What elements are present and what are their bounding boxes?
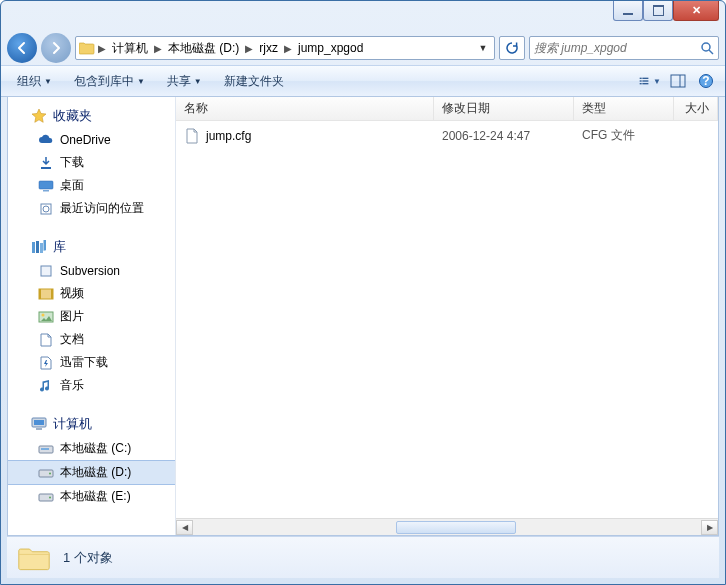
- column-name[interactable]: 名称: [176, 97, 434, 120]
- sidebar-item-desktop[interactable]: 桌面: [8, 174, 175, 197]
- computer-group[interactable]: 计算机: [8, 411, 175, 437]
- pane-icon: [670, 74, 686, 88]
- svg-point-33: [49, 472, 51, 474]
- toolbar: 组织▼ 包含到库中▼ 共享▼ 新建文件夹 ▼ ?: [1, 65, 725, 97]
- titlebar: [1, 1, 725, 31]
- scroll-right-button[interactable]: ▶: [701, 520, 718, 535]
- scroll-track[interactable]: [193, 520, 701, 535]
- chevron-right-icon: ▶: [152, 43, 164, 54]
- search-box[interactable]: [529, 36, 719, 60]
- sidebar-item-documents[interactable]: 文档: [8, 328, 175, 351]
- svg-point-35: [49, 496, 51, 498]
- document-icon: [38, 332, 54, 348]
- column-headers: 名称 修改日期 类型 大小: [176, 97, 718, 121]
- view-options-button[interactable]: ▼: [639, 70, 661, 92]
- group-label: 计算机: [53, 415, 92, 433]
- sidebar-item-drive-e[interactable]: 本地磁盘 (E:): [8, 485, 175, 508]
- music-icon: [38, 378, 54, 394]
- navigation-pane: 收藏夹 OneDrive 下载 桌面 最近访问的位置 库 Subversion …: [8, 97, 176, 535]
- tree-label: OneDrive: [60, 133, 111, 147]
- scroll-left-button[interactable]: ◀: [176, 520, 193, 535]
- chevron-right-icon: ▶: [243, 43, 255, 54]
- close-button[interactable]: [673, 1, 719, 21]
- desktop-icon: [38, 178, 54, 194]
- help-button[interactable]: ?: [695, 70, 717, 92]
- file-list[interactable]: jump.cfg 2006-12-24 4:47 CFG 文件: [176, 121, 718, 518]
- svg-rect-4: [640, 80, 642, 81]
- column-type[interactable]: 类型: [574, 97, 674, 120]
- tree-label: 文档: [60, 331, 84, 348]
- svg-rect-5: [642, 80, 648, 81]
- toolbar-label: 新建文件夹: [224, 73, 284, 90]
- computer-icon: [31, 416, 47, 432]
- toolbar-label: 组织: [17, 73, 41, 90]
- chevron-right-icon: ▶: [282, 43, 294, 54]
- cloud-icon: [38, 132, 54, 148]
- forward-button[interactable]: [41, 33, 71, 63]
- sidebar-item-drive-c[interactable]: 本地磁盘 (C:): [8, 437, 175, 460]
- tree-label: 本地磁盘 (C:): [60, 440, 131, 457]
- file-type: CFG 文件: [574, 125, 674, 146]
- breadcrumb-segment[interactable]: 计算机: [108, 37, 152, 59]
- svg-rect-12: [41, 167, 51, 169]
- search-input[interactable]: [534, 41, 696, 55]
- sidebar-item-videos[interactable]: 视频: [8, 282, 175, 305]
- drive-icon: [38, 489, 54, 505]
- breadcrumb-segment[interactable]: rjxz: [255, 37, 282, 59]
- video-icon: [38, 286, 54, 302]
- minimize-button[interactable]: [613, 1, 643, 21]
- arrow-right-icon: [49, 41, 63, 55]
- sidebar-item-recent[interactable]: 最近访问的位置: [8, 197, 175, 220]
- back-button[interactable]: [7, 33, 37, 63]
- new-folder-button[interactable]: 新建文件夹: [216, 70, 292, 93]
- horizontal-scrollbar[interactable]: ◀ ▶: [176, 518, 718, 535]
- sidebar-item-music[interactable]: 音乐: [8, 374, 175, 397]
- preview-pane-button[interactable]: [667, 70, 689, 92]
- svg-rect-29: [36, 428, 42, 430]
- maximize-button[interactable]: [643, 1, 673, 21]
- address-bar[interactable]: ▶ 计算机 ▶ 本地磁盘 (D:) ▶ rjxz ▶ jump_xpgod ▼: [75, 36, 495, 60]
- sidebar-item-drive-d[interactable]: 本地磁盘 (D:): [8, 460, 175, 485]
- libraries-group[interactable]: 库: [8, 234, 175, 260]
- refresh-button[interactable]: [499, 36, 525, 60]
- svg-point-16: [43, 206, 49, 212]
- svg-rect-18: [36, 241, 39, 253]
- folder-large-icon: [17, 543, 51, 573]
- svg-rect-14: [43, 190, 49, 192]
- svg-rect-7: [642, 83, 648, 84]
- sidebar-item-subversion[interactable]: Subversion: [8, 260, 175, 282]
- breadcrumb-segment[interactable]: 本地磁盘 (D:): [164, 37, 243, 59]
- tree-label: Subversion: [60, 264, 120, 278]
- share-menu[interactable]: 共享▼: [159, 70, 210, 93]
- include-menu[interactable]: 包含到库中▼: [66, 70, 153, 93]
- arrow-left-icon: [15, 41, 29, 55]
- sidebar-item-downloads[interactable]: 下载: [8, 151, 175, 174]
- column-size[interactable]: 大小: [674, 97, 718, 120]
- svg-point-26: [42, 313, 45, 316]
- svg-line-1: [709, 50, 713, 54]
- column-date[interactable]: 修改日期: [434, 97, 574, 120]
- tree-label: 迅雷下载: [60, 354, 108, 371]
- svg-rect-6: [640, 83, 642, 84]
- svg-rect-8: [671, 75, 685, 87]
- file-size: [674, 125, 718, 146]
- svg-rect-22: [39, 289, 53, 299]
- toolbar-label: 包含到库中: [74, 73, 134, 90]
- scroll-thumb[interactable]: [396, 521, 516, 534]
- sidebar-item-pictures[interactable]: 图片: [8, 305, 175, 328]
- sidebar-item-onedrive[interactable]: OneDrive: [8, 129, 175, 151]
- window-controls: [613, 1, 719, 21]
- address-dropdown[interactable]: ▼: [474, 43, 492, 53]
- svg-rect-3: [642, 78, 648, 79]
- chevron-down-icon: ▼: [194, 77, 202, 86]
- tree-label: 视频: [60, 285, 84, 302]
- sidebar-item-thunder[interactable]: 迅雷下载: [8, 351, 175, 374]
- organize-menu[interactable]: 组织▼: [9, 70, 60, 93]
- favorites-group[interactable]: 收藏夹: [8, 103, 175, 129]
- status-text: 1 个对象: [63, 549, 113, 567]
- breadcrumb-segment[interactable]: jump_xpgod: [294, 37, 367, 59]
- thunder-icon: [38, 355, 54, 371]
- file-row[interactable]: jump.cfg 2006-12-24 4:47 CFG 文件: [176, 121, 718, 150]
- search-icon: [700, 41, 714, 55]
- file-icon: [184, 128, 200, 144]
